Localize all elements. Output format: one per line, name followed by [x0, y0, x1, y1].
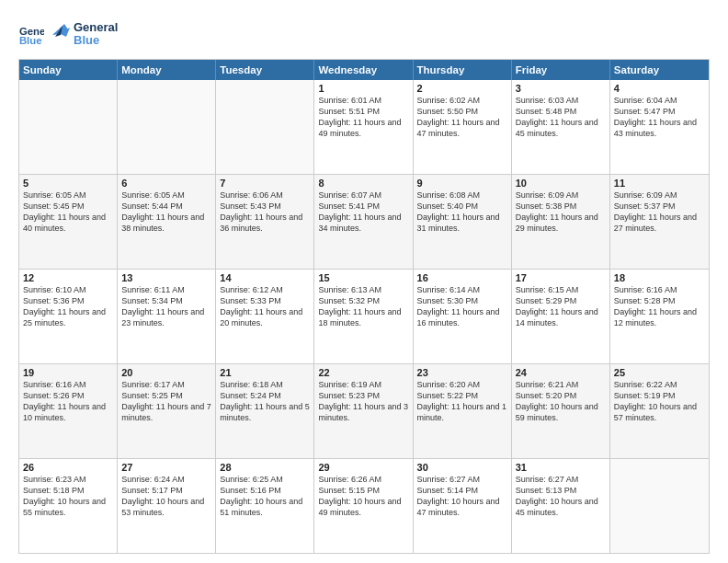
calendar-cell: 10Sunrise: 6:09 AM Sunset: 5:38 PM Dayli… — [512, 175, 610, 269]
cell-text: Sunrise: 6:27 AM Sunset: 5:14 PM Dayligh… — [417, 474, 507, 519]
header: General Blue General Blue — [18, 17, 710, 52]
cell-text: Sunrise: 6:05 AM Sunset: 5:45 PM Dayligh… — [23, 190, 113, 235]
calendar-cell: 14Sunrise: 6:12 AM Sunset: 5:33 PM Dayli… — [216, 270, 314, 363]
logo-icon: General Blue — [18, 21, 44, 47]
calendar-header-cell: Wednesday — [314, 60, 413, 80]
calendar-cell: 26Sunrise: 6:23 AM Sunset: 5:18 PM Dayli… — [19, 459, 118, 553]
calendar-cell: 22Sunrise: 6:19 AM Sunset: 5:23 PM Dayli… — [314, 364, 413, 458]
day-number: 18 — [614, 272, 705, 283]
cell-text: Sunrise: 6:10 AM Sunset: 5:36 PM Dayligh… — [23, 284, 113, 329]
cell-text: Sunrise: 6:04 AM Sunset: 5:47 PM Dayligh… — [614, 95, 705, 140]
cell-text: Sunrise: 6:22 AM Sunset: 5:19 PM Dayligh… — [614, 379, 705, 424]
cell-text: Sunrise: 6:05 AM Sunset: 5:44 PM Dayligh… — [121, 190, 211, 235]
calendar-cell: 9Sunrise: 6:08 AM Sunset: 5:40 PM Daylig… — [414, 175, 512, 269]
svg-text:General: General — [74, 20, 118, 34]
day-number: 4 — [614, 83, 705, 94]
day-number: 19 — [23, 367, 113, 378]
svg-text:Blue: Blue — [19, 35, 42, 46]
calendar-cell: 24Sunrise: 6:21 AM Sunset: 5:20 PM Dayli… — [512, 364, 610, 458]
day-number: 21 — [220, 367, 310, 378]
calendar-cell — [216, 80, 314, 174]
calendar-cell: 12Sunrise: 6:10 AM Sunset: 5:36 PM Dayli… — [19, 270, 118, 363]
calendar-header-cell: Thursday — [414, 60, 512, 80]
day-number: 24 — [516, 367, 606, 378]
day-number: 8 — [318, 178, 408, 189]
calendar-row: 12Sunrise: 6:10 AM Sunset: 5:36 PM Dayli… — [19, 269, 709, 363]
calendar-cell: 4Sunrise: 6:04 AM Sunset: 5:47 PM Daylig… — [610, 80, 709, 174]
day-number: 23 — [417, 367, 507, 378]
cell-text: Sunrise: 6:19 AM Sunset: 5:23 PM Dayligh… — [318, 379, 408, 424]
logo: General Blue General Blue — [18, 17, 131, 52]
day-number: 30 — [417, 462, 507, 473]
calendar-header-cell: Tuesday — [216, 60, 314, 80]
calendar-cell — [610, 459, 709, 553]
day-number: 31 — [516, 462, 606, 473]
day-number: 16 — [417, 272, 507, 283]
calendar-cell: 5Sunrise: 6:05 AM Sunset: 5:45 PM Daylig… — [19, 175, 118, 269]
day-number: 28 — [220, 462, 310, 473]
day-number: 9 — [417, 178, 507, 189]
calendar-header-cell: Monday — [118, 60, 216, 80]
calendar-header-cell: Sunday — [19, 60, 118, 80]
svg-text:Blue: Blue — [74, 33, 99, 47]
cell-text: Sunrise: 6:16 AM Sunset: 5:26 PM Dayligh… — [23, 379, 113, 424]
day-number: 10 — [516, 178, 606, 189]
cell-text: Sunrise: 6:03 AM Sunset: 5:48 PM Dayligh… — [516, 95, 606, 140]
day-number: 2 — [417, 83, 507, 94]
cell-text: Sunrise: 6:27 AM Sunset: 5:13 PM Dayligh… — [516, 474, 606, 519]
cell-text: Sunrise: 6:12 AM Sunset: 5:33 PM Dayligh… — [220, 284, 310, 329]
cell-text: Sunrise: 6:17 AM Sunset: 5:25 PM Dayligh… — [121, 379, 211, 424]
day-number: 22 — [318, 367, 408, 378]
day-number: 1 — [318, 83, 408, 94]
calendar-cell — [118, 80, 216, 174]
calendar-cell: 8Sunrise: 6:07 AM Sunset: 5:41 PM Daylig… — [314, 175, 413, 269]
cell-text: Sunrise: 6:11 AM Sunset: 5:34 PM Dayligh… — [121, 284, 211, 329]
day-number: 20 — [121, 367, 211, 378]
calendar-body: 1Sunrise: 6:01 AM Sunset: 5:51 PM Daylig… — [19, 80, 709, 553]
cell-text: Sunrise: 6:02 AM Sunset: 5:50 PM Dayligh… — [417, 95, 507, 140]
calendar-header-cell: Saturday — [610, 60, 709, 80]
cell-text: Sunrise: 6:16 AM Sunset: 5:28 PM Dayligh… — [614, 284, 705, 329]
logo-svg: General Blue — [48, 17, 131, 52]
cell-text: Sunrise: 6:13 AM Sunset: 5:32 PM Dayligh… — [318, 284, 408, 329]
cell-text: Sunrise: 6:23 AM Sunset: 5:18 PM Dayligh… — [23, 474, 113, 519]
cell-text: Sunrise: 6:07 AM Sunset: 5:41 PM Dayligh… — [318, 190, 408, 235]
calendar-cell: 6Sunrise: 6:05 AM Sunset: 5:44 PM Daylig… — [118, 175, 216, 269]
cell-text: Sunrise: 6:26 AM Sunset: 5:15 PM Dayligh… — [318, 474, 408, 519]
page: General Blue General Blue SundayMondayTu… — [0, 0, 728, 563]
day-number: 17 — [516, 272, 606, 283]
day-number: 26 — [23, 462, 113, 473]
calendar-cell: 23Sunrise: 6:20 AM Sunset: 5:22 PM Dayli… — [414, 364, 512, 458]
day-number: 27 — [121, 462, 211, 473]
cell-text: Sunrise: 6:09 AM Sunset: 5:38 PM Dayligh… — [516, 190, 606, 235]
calendar-row: 5Sunrise: 6:05 AM Sunset: 5:45 PM Daylig… — [19, 174, 709, 269]
day-number: 11 — [614, 178, 705, 189]
calendar-cell: 15Sunrise: 6:13 AM Sunset: 5:32 PM Dayli… — [314, 270, 413, 363]
calendar-cell: 20Sunrise: 6:17 AM Sunset: 5:25 PM Dayli… — [118, 364, 216, 458]
day-number: 5 — [23, 178, 113, 189]
day-number: 13 — [121, 272, 211, 283]
calendar: SundayMondayTuesdayWednesdayThursdayFrid… — [18, 59, 710, 554]
cell-text: Sunrise: 6:20 AM Sunset: 5:22 PM Dayligh… — [417, 379, 507, 424]
calendar-row: 19Sunrise: 6:16 AM Sunset: 5:26 PM Dayli… — [19, 363, 709, 458]
calendar-cell: 16Sunrise: 6:14 AM Sunset: 5:30 PM Dayli… — [414, 270, 512, 363]
calendar-cell: 3Sunrise: 6:03 AM Sunset: 5:48 PM Daylig… — [512, 80, 610, 174]
calendar-cell: 11Sunrise: 6:09 AM Sunset: 5:37 PM Dayli… — [610, 175, 709, 269]
calendar-row: 1Sunrise: 6:01 AM Sunset: 5:51 PM Daylig… — [19, 80, 709, 174]
calendar-cell — [19, 80, 118, 174]
cell-text: Sunrise: 6:08 AM Sunset: 5:40 PM Dayligh… — [417, 190, 507, 235]
cell-text: Sunrise: 6:18 AM Sunset: 5:24 PM Dayligh… — [220, 379, 310, 424]
cell-text: Sunrise: 6:06 AM Sunset: 5:43 PM Dayligh… — [220, 190, 310, 235]
cell-text: Sunrise: 6:21 AM Sunset: 5:20 PM Dayligh… — [516, 379, 606, 424]
calendar-cell: 31Sunrise: 6:27 AM Sunset: 5:13 PM Dayli… — [512, 459, 610, 553]
day-number: 7 — [220, 178, 310, 189]
calendar-cell: 17Sunrise: 6:15 AM Sunset: 5:29 PM Dayli… — [512, 270, 610, 363]
calendar-cell: 13Sunrise: 6:11 AM Sunset: 5:34 PM Dayli… — [118, 270, 216, 363]
cell-text: Sunrise: 6:24 AM Sunset: 5:17 PM Dayligh… — [121, 474, 211, 519]
calendar-cell: 30Sunrise: 6:27 AM Sunset: 5:14 PM Dayli… — [414, 459, 512, 553]
cell-text: Sunrise: 6:14 AM Sunset: 5:30 PM Dayligh… — [417, 284, 507, 329]
day-number: 29 — [318, 462, 408, 473]
cell-text: Sunrise: 6:01 AM Sunset: 5:51 PM Dayligh… — [318, 95, 408, 140]
cell-text: Sunrise: 6:15 AM Sunset: 5:29 PM Dayligh… — [516, 284, 606, 329]
calendar-cell: 19Sunrise: 6:16 AM Sunset: 5:26 PM Dayli… — [19, 364, 118, 458]
